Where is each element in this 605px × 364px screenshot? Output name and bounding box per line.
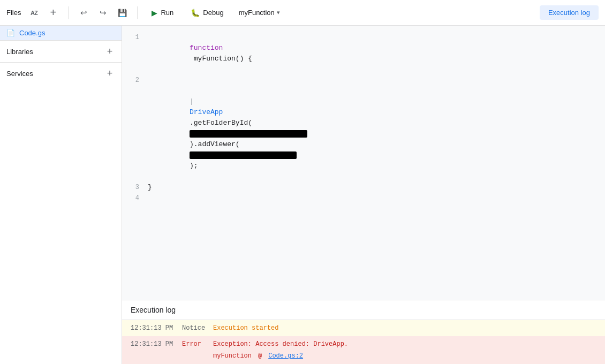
- exec-log-title: Execution log: [122, 300, 605, 320]
- run-section: ▶ Run 🐛 Debug myFunction ▾: [144, 5, 285, 20]
- redo-button[interactable]: ↪: [94, 4, 111, 21]
- add-library-button[interactable]: +: [102, 44, 117, 59]
- log-sub-function: myFunction: [213, 352, 252, 360]
- function-selector-button[interactable]: myFunction ▾: [233, 5, 285, 20]
- code-editor[interactable]: 1 function myFunction() { 2 | DriveApp .…: [122, 26, 605, 300]
- sidebar-services-section: Services +: [0, 62, 122, 84]
- line-content-2: | DriveApp .getFolderById( ).addViewer( …: [148, 75, 605, 182]
- line-content-1: function myFunction() {: [148, 32, 605, 75]
- log-sub-indent2: [182, 352, 209, 360]
- debug-label: Debug: [203, 9, 223, 17]
- log-message-error: Exception: Access denied: DriveApp.: [213, 340, 348, 348]
- files-label: Files: [6, 9, 21, 17]
- undo-button[interactable]: ↩: [75, 4, 92, 21]
- line-number-4: 4: [122, 193, 148, 203]
- line-number-3: 3: [122, 182, 148, 193]
- run-icon: ▶: [152, 9, 157, 17]
- add-file-button[interactable]: +: [44, 4, 62, 21]
- log-level-error: Error: [182, 340, 209, 348]
- add-service-button[interactable]: +: [102, 66, 117, 81]
- code-line-3: 3 }: [122, 182, 605, 193]
- exec-log-button[interactable]: Execution log: [540, 5, 599, 20]
- exec-log-panel: Execution log 12:31:13 PM Notice Executi…: [122, 300, 605, 364]
- code-line-2: 2 | DriveApp .getFolderById( ).addViewer…: [122, 75, 605, 182]
- toolbar-divider-1: [68, 6, 69, 19]
- keyword-function: function: [190, 44, 223, 52]
- method-text: .getFolderById(: [190, 119, 252, 127]
- log-timestamp-1: 12:31:13 PM: [131, 324, 178, 332]
- services-label: Services: [6, 70, 33, 78]
- line-content-3: }: [148, 182, 605, 193]
- log-message-notice: Execution started: [213, 324, 278, 332]
- log-level-notice: Notice: [182, 324, 209, 332]
- run-button[interactable]: ▶ Run: [144, 5, 181, 20]
- sidebar-libraries-section: Libraries +: [0, 40, 122, 62]
- log-entry-notice: 12:31:13 PM Notice Execution started: [122, 320, 605, 336]
- sidebar-libraries-header[interactable]: Libraries +: [0, 41, 122, 62]
- line-indent: [190, 87, 198, 95]
- code-line-1: 1 function myFunction() {: [122, 32, 605, 75]
- method-close: );: [190, 162, 198, 170]
- function-name-label: myFunction: [239, 9, 275, 17]
- file-name-label: Code.gs: [19, 29, 45, 37]
- debug-button[interactable]: 🐛 Debug: [183, 5, 231, 20]
- toolbar-divider-2: [137, 6, 138, 19]
- line-pipe: |: [190, 97, 194, 105]
- redacted-arg1: [190, 130, 307, 138]
- line-number-1: 1: [122, 32, 148, 43]
- sidebar-item-code-gs[interactable]: 📄 Code.gs: [0, 26, 122, 40]
- libraries-label: Libraries: [6, 48, 33, 56]
- log-error-sub-line: myFunction @ Code.gs:2: [122, 352, 605, 364]
- log-sub-indent: [131, 352, 178, 360]
- az-sort-button[interactable]: AZ: [25, 4, 42, 21]
- main-area: 📄 Code.gs Libraries + Services + 1: [0, 26, 605, 364]
- redacted-arg2: [190, 151, 297, 159]
- edit-section: ↩ ↪ 💾: [75, 4, 131, 21]
- method-text-2: ).addViewer(: [190, 140, 240, 148]
- driveapp-keyword: DriveApp: [190, 108, 223, 116]
- run-label: Run: [161, 9, 173, 17]
- function-decl-text: myFunction() {: [190, 55, 252, 63]
- save-button[interactable]: 💾: [114, 4, 131, 21]
- chevron-down-icon: ▾: [277, 9, 280, 16]
- log-entry-error: 12:31:13 PM Error Exception: Access deni…: [122, 336, 605, 352]
- debug-icon: 🐛: [191, 9, 200, 17]
- sidebar: 📄 Code.gs Libraries + Services +: [0, 26, 122, 364]
- files-section: Files AZ +: [6, 4, 62, 21]
- log-link-code-gs[interactable]: Code.gs:2: [268, 352, 303, 360]
- log-timestamp-2: 12:31:13 PM: [131, 340, 178, 348]
- sidebar-services-header[interactable]: Services +: [0, 63, 122, 84]
- line-number-2: 2: [122, 75, 148, 86]
- file-icon: 📄: [6, 29, 15, 37]
- log-sub-at: @: [258, 352, 262, 360]
- code-line-4: 4: [122, 193, 605, 203]
- editor-area: 1 function myFunction() { 2 | DriveApp .…: [122, 26, 605, 364]
- toolbar: Files AZ + ↩ ↪ 💾 ▶ Run 🐛 Debug myFunctio…: [0, 0, 605, 26]
